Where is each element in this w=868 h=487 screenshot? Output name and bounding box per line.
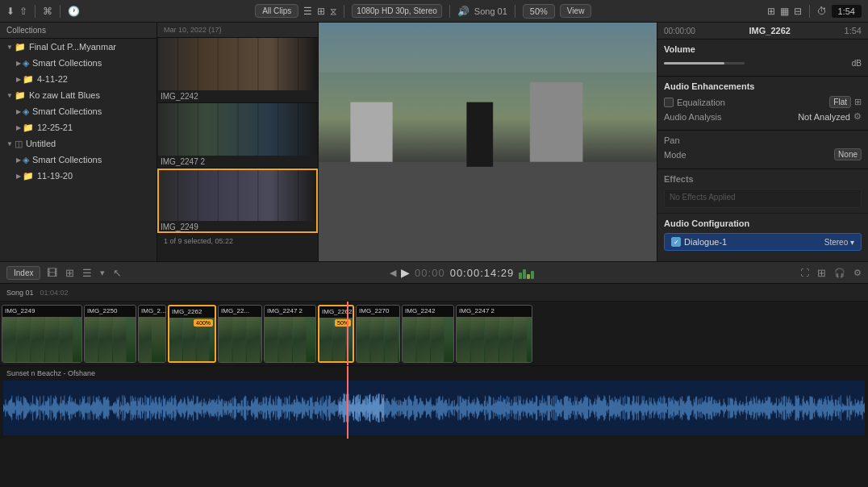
video-playhead — [347, 302, 348, 365]
clip-block-IMG_2...[interactable]: IMG_2... — [138, 305, 166, 363]
track-icon[interactable]: ☰ — [81, 265, 94, 281]
browser-area: Mar 10, 2022 (17) IMG_2242 IMG_2247 2 IM… — [157, 23, 319, 261]
audio-config-title: Audio Configuration — [664, 219, 862, 228]
clip-frames — [2, 317, 81, 362]
speed-badge: 400% — [194, 319, 213, 327]
layout2-icon[interactable]: ⊟ — [794, 6, 802, 17]
play-button[interactable]: ▶ — [401, 266, 410, 279]
toolbar-left: ⬇ ⇧ ⌘ 🕐 — [6, 5, 80, 18]
clip-block-IMG_22...[interactable]: IMG_22... — [218, 305, 262, 363]
clip-top-label: IMG_2242 — [403, 306, 453, 317]
volume-row: dB — [664, 59, 862, 68]
clip-frames — [265, 317, 315, 362]
expand-icon: ▶ — [16, 76, 21, 83]
clip-block-IMG_2249[interactable]: IMG_2249 — [2, 305, 82, 363]
sidebar-item-1119[interactable]: ▶ 📁 11-19-20 — [0, 168, 156, 184]
folder-icon: 📁 — [15, 42, 26, 52]
clip-block-IMG_2270[interactable]: IMG_2270 — [356, 305, 400, 363]
inspector-header: 00:00:00 IMG_2262 1:54 — [657, 23, 868, 40]
sidebar-item-smart2[interactable]: ▶ ◈ Smart Collections — [0, 103, 156, 119]
clip-mini-canvas — [357, 317, 399, 362]
inspector-clip-name: IMG_2262 — [749, 26, 791, 35]
timeline-song-label: Song 01 — [6, 289, 34, 297]
clip-top-label: IMG_22... — [219, 306, 261, 317]
tool-icon[interactable]: ↖ — [111, 265, 123, 281]
settings-icon[interactable]: ⚙ — [853, 268, 862, 278]
sidebar-label: Ko zaw Latt Blues — [29, 90, 100, 100]
clip-thumb-2242[interactable]: IMG_2242 — [157, 38, 318, 103]
import-icon[interactable]: ⬇ — [6, 6, 15, 17]
clip-thumb-canvas-2249 — [157, 169, 318, 221]
eq-dropdown[interactable]: Flat — [829, 96, 851, 108]
timeline-header: Song 01 01:04:02 00:00:00:00 00:00:05:00… — [0, 284, 868, 302]
fullscreen-icon[interactable]: ⛶ — [800, 268, 809, 277]
filter-icon[interactable]: ⧖ — [330, 6, 336, 17]
clip-thumb-2247[interactable]: IMG_2247 2 — [157, 103, 318, 169]
stereo-dropdown[interactable]: Stereo ▾ — [824, 238, 854, 247]
audio-enhancements-section: Audio Enhancements Equalization Flat ⊞ A… — [657, 77, 868, 131]
zoom-icon[interactable]: ⊞ — [817, 267, 826, 279]
analysis-label: Audio Analysis — [664, 112, 722, 122]
grid-view-icon[interactable]: ⊞ — [317, 6, 325, 17]
folder-icon: 📁 — [23, 171, 34, 181]
analysis-icon[interactable]: ⚙ — [853, 111, 862, 122]
sidebar-item-untitled[interactable]: ▼ ◫ Untitled — [0, 135, 156, 152]
clip-mini-canvas — [2, 317, 81, 362]
timeline-duration: 01:04:02 — [40, 289, 69, 297]
effects-title: Effects — [664, 174, 862, 184]
separator-2 — [60, 5, 61, 18]
bottom-area: Index 🎞 ⊞ ☰ ▾ ↖ ◀ ▶ 00:00 00:00:14:29 ⛶ … — [0, 261, 868, 487]
clip-mini-canvas — [403, 317, 453, 362]
quality-badge: 1080p HD 30p, Stereo — [352, 4, 442, 18]
dialogue-checkbox[interactable]: ✓ — [671, 237, 681, 247]
sidebar-item-411[interactable]: ▶ 📁 4-11-22 — [0, 71, 156, 87]
dropdown-icon[interactable]: ▾ — [98, 266, 106, 280]
index-button[interactable]: Index — [6, 266, 40, 280]
view-button[interactable]: View — [560, 4, 592, 18]
timeline-toolbar: Index 🎞 ⊞ ☰ ▾ ↖ ◀ ▶ 00:00 00:00:14:29 ⛶ … — [0, 261, 868, 284]
vu-bar-1 — [519, 273, 522, 279]
eq-row: Equalization Flat ⊞ — [664, 96, 862, 108]
share-icon[interactable]: ⇧ — [19, 6, 27, 17]
clock2-icon[interactable]: ⏱ — [817, 6, 827, 17]
list-view-icon[interactable]: ☰ — [303, 6, 312, 17]
eq-label: Equalization — [677, 98, 725, 107]
clip-block-IMG_2247_2[interactable]: IMG_2247 2 — [456, 305, 532, 363]
mode-dropdown[interactable]: None — [834, 148, 862, 160]
clip-label-2247: IMG_2247 2 — [157, 156, 318, 168]
all-clips-button[interactable]: All Clips — [255, 4, 298, 18]
clip-block-IMG_2250[interactable]: IMG_2250 — [84, 305, 136, 363]
clip-block-IMG_2242[interactable]: IMG_2242 — [402, 305, 454, 363]
sidebar-item-smart3[interactable]: ▶ ◈ Smart Collections — [0, 152, 156, 168]
grid-icon[interactable]: ⊞ — [767, 6, 775, 17]
snapshot-icon[interactable]: 🎞 — [45, 265, 59, 281]
clip-mini-canvas — [139, 317, 165, 362]
sidebar-item-finalcut[interactable]: ▼ 📁 Final Cut P...Myanmar — [0, 39, 156, 55]
preview-canvas — [319, 23, 657, 261]
clips-icon[interactable]: ⊞ — [64, 265, 76, 281]
clock-icon[interactable]: 🕐 — [68, 6, 80, 17]
sidebar-item-smart1[interactable]: ▶ ◈ Smart Collections — [0, 55, 156, 71]
dialogue-row[interactable]: ✓ Dialogue-1 Stereo ▾ — [664, 233, 862, 251]
eq-config-icon[interactable]: ⊞ — [854, 97, 862, 107]
volume-slider[interactable] — [664, 62, 745, 65]
clip-block-IMG_2262[interactable]: IMG_2262400% — [168, 305, 216, 363]
clip-thumb-2249[interactable]: IMG_2249 — [157, 169, 318, 234]
speaker-icon[interactable]: 🔊 — [457, 6, 469, 17]
audio-playhead — [347, 366, 348, 439]
volume-label: Volume — [664, 44, 695, 54]
left-sidebar: Collections ▼ 📁 Final Cut P...Myanmar ▶ … — [0, 23, 157, 261]
audio-icon[interactable]: 🎧 — [834, 268, 845, 278]
analysis-row: Audio Analysis Not Analyzed ⚙ — [664, 111, 862, 122]
eq-checkbox[interactable] — [664, 98, 674, 107]
sidebar-item-kozaw[interactable]: ▼ 📁 Ko zaw Latt Blues — [0, 87, 156, 103]
prev-marker-icon[interactable]: ◀ — [390, 268, 396, 278]
clip-block-IMG_2247_2[interactable]: IMG_2247 2 — [264, 305, 316, 363]
clip-label-2249: IMG_2249 — [157, 221, 318, 233]
sidebar-item-1225[interactable]: ▶ 📁 12-25-21 — [0, 119, 156, 135]
pan-label: Pan — [664, 135, 680, 145]
clip-label-2242: IMG_2242 — [157, 90, 318, 102]
key-icon[interactable]: ⌘ — [43, 6, 52, 17]
layout-icon[interactable]: ▦ — [780, 6, 789, 17]
smart-icon: ◈ — [23, 155, 29, 165]
